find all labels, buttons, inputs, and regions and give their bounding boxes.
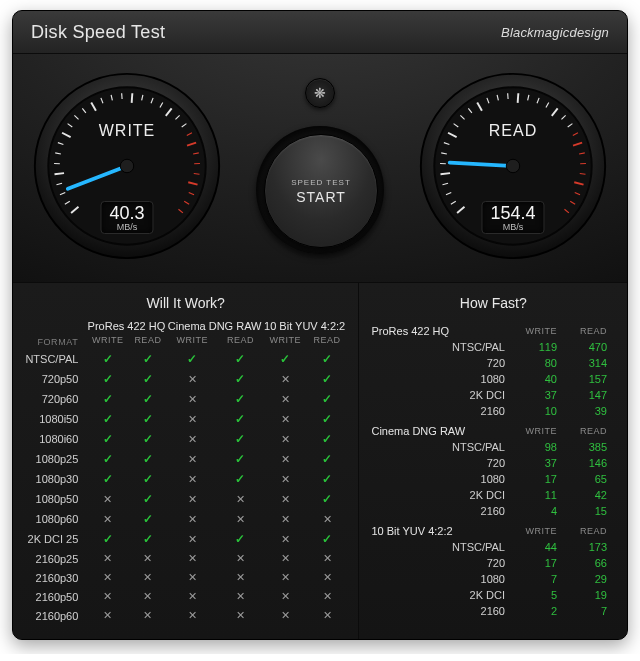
cross-icon: ✕ [281, 533, 290, 545]
format-label: NTSC/PAL [371, 439, 515, 455]
check-icon: ✓ [322, 372, 332, 386]
write-fps: 44 [515, 539, 565, 555]
cross-icon: ✕ [281, 590, 290, 602]
table-row: 1080p50✕✓✕✕✕✓ [25, 489, 346, 509]
cross-icon: ✕ [236, 571, 245, 583]
write-fps: 98 [515, 439, 565, 455]
gauge-panel: WRITE 40.3 MB/s ❋ SPEED TEST START READ … [13, 54, 627, 283]
table-row: 7201766 [371, 555, 615, 571]
format-label: 2K DCI 25 [25, 529, 86, 549]
format-label: 2160p60 [25, 606, 86, 625]
read-value-display: 154.4 MB/s [481, 201, 544, 234]
cross-icon: ✕ [236, 590, 245, 602]
table-row: 2160p30✕✕✕✕✕✕ [25, 568, 346, 587]
table-row: 1080729 [371, 571, 615, 587]
cross-icon: ✕ [188, 413, 197, 425]
window-title: Disk Speed Test [31, 22, 165, 43]
cross-icon: ✕ [281, 393, 290, 405]
brand-logo: Blackmagicdesign [501, 25, 609, 40]
results-tables: Will It Work? ProRes 422 HQ Cinema DNG R… [13, 283, 627, 639]
table-row: 2K DCI 25✓✓✕✓✕✓ [25, 529, 346, 549]
check-icon: ✓ [143, 412, 153, 426]
svg-line-6 [55, 173, 65, 174]
cross-icon: ✕ [103, 552, 112, 564]
check-icon: ✓ [103, 392, 113, 406]
svg-line-42 [441, 173, 451, 174]
cross-icon: ✕ [143, 590, 152, 602]
format-header: FORMAT [25, 334, 86, 349]
check-icon: ✓ [322, 392, 332, 406]
format-label: 720 [371, 555, 515, 571]
group-header: Cinema DNG RAW [166, 319, 262, 334]
check-icon: ✓ [322, 532, 332, 546]
read-gauge-label: READ [417, 122, 609, 140]
cross-icon: ✕ [188, 552, 197, 564]
cross-icon: ✕ [103, 513, 112, 525]
check-icon: ✓ [143, 492, 153, 506]
format-label: 2K DCI [371, 387, 515, 403]
cross-icon: ✕ [188, 493, 197, 505]
format-label: 1080i50 [25, 409, 86, 429]
cross-icon: ✕ [143, 552, 152, 564]
table-row: 2K DCI37147 [371, 387, 615, 403]
group-row: Cinema DNG RAWWRITEREAD [371, 419, 615, 439]
check-icon: ✓ [322, 352, 332, 366]
cross-icon: ✕ [236, 552, 245, 564]
table-row: NTSC/PAL44173 [371, 539, 615, 555]
table-row: 720p60✓✓✕✓✕✓ [25, 389, 346, 409]
group-row: ProRes 422 HQWRITEREAD [371, 319, 615, 339]
group-row: 10 Bit YUV 4:2:2WRITEREAD [371, 519, 615, 539]
read-fps: 66 [565, 555, 615, 571]
format-label: NTSC/PAL [371, 539, 515, 555]
check-icon: ✓ [143, 472, 153, 486]
format-label: 2160p50 [25, 587, 86, 606]
start-button[interactable]: SPEED TEST START [264, 134, 378, 248]
cross-icon: ✕ [188, 393, 197, 405]
settings-button[interactable]: ❋ [305, 78, 335, 108]
check-icon: ✓ [143, 352, 153, 366]
gear-icon: ❋ [314, 85, 326, 101]
start-button-ring: SPEED TEST START [256, 126, 384, 254]
format-label: NTSC/PAL [25, 349, 86, 369]
cross-icon: ✕ [281, 493, 290, 505]
cross-icon: ✕ [323, 571, 332, 583]
cross-icon: ✕ [323, 590, 332, 602]
format-label: 720p60 [25, 389, 86, 409]
cross-icon: ✕ [188, 590, 197, 602]
cross-icon: ✕ [188, 433, 197, 445]
write-fps: 37 [515, 455, 565, 471]
check-icon: ✓ [235, 372, 245, 386]
cross-icon: ✕ [188, 571, 197, 583]
check-icon: ✓ [143, 432, 153, 446]
format-label: 2160p30 [25, 568, 86, 587]
format-label: 2K DCI [371, 587, 515, 603]
format-label: 2160 [371, 503, 515, 519]
table-row: 21601039 [371, 403, 615, 419]
read-unit: MB/s [490, 223, 535, 232]
check-icon: ✓ [143, 452, 153, 466]
write-fps: 37 [515, 387, 565, 403]
cross-icon: ✕ [188, 473, 197, 485]
check-icon: ✓ [322, 452, 332, 466]
read-fps: 314 [565, 355, 615, 371]
cross-icon: ✕ [236, 513, 245, 525]
group-name: 10 Bit YUV 4:2:2 [371, 519, 515, 539]
cross-icon: ✕ [103, 493, 112, 505]
format-label: 720p50 [25, 369, 86, 389]
will-it-work-title: Will It Work? [25, 295, 346, 311]
group-header: 10 Bit YUV 4:2:2 [263, 319, 347, 334]
table-row: 1080p25✓✓✕✓✕✓ [25, 449, 346, 469]
check-icon: ✓ [322, 492, 332, 506]
check-icon: ✓ [322, 432, 332, 446]
check-icon: ✓ [103, 432, 113, 446]
check-icon: ✓ [103, 372, 113, 386]
cross-icon: ✕ [188, 373, 197, 385]
svg-point-35 [120, 159, 133, 172]
write-fps: 80 [515, 355, 565, 371]
format-label: 1080p50 [25, 489, 86, 509]
format-label: 2K DCI [371, 487, 515, 503]
table-row: 2160p50✕✕✕✕✕✕ [25, 587, 346, 606]
check-icon: ✓ [235, 452, 245, 466]
cross-icon: ✕ [188, 609, 197, 621]
read-value: 154.4 [490, 204, 535, 222]
